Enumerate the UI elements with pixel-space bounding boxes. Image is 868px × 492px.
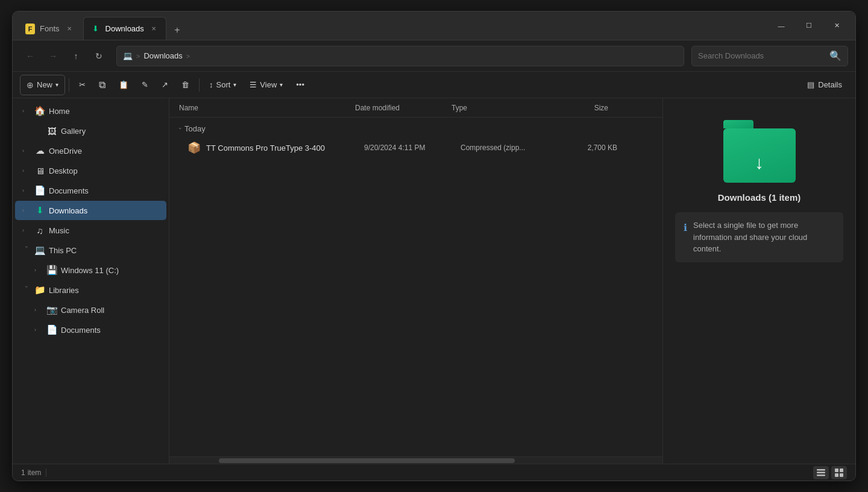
details-button[interactable]: ▤ Details — [801, 75, 848, 95]
fonts-tab-icon: F — [25, 24, 35, 34]
delete-icon: 🗑 — [181, 80, 189, 89]
downloads-icon: ⬇ — [34, 205, 45, 216]
sidebar-item-documents2-label: Documents — [61, 326, 159, 335]
breadcrumb-sep2: > — [186, 52, 190, 60]
tab-downloads-close[interactable]: ✕ — [149, 24, 159, 34]
sort-button[interactable]: ↕ Sort ▾ — [203, 75, 242, 95]
statusbar-separator — [46, 468, 46, 477]
details-info: ℹ Select a single file to get more infor… — [675, 212, 843, 262]
up-button[interactable]: ↑ — [66, 46, 86, 66]
documents-chevron-icon: › — [22, 188, 31, 194]
details-icon: ▤ — [807, 80, 814, 89]
share-icon: ↗ — [162, 80, 168, 89]
cut-button[interactable]: ✂ — [73, 75, 92, 95]
breadcrumb-bar[interactable]: 💻 > Downloads > — [116, 46, 684, 66]
navigation-toolbar: ← → ↑ ↻ 💻 > Downloads > 🔍 — [13, 40, 855, 72]
tab-downloads[interactable]: ⬇ Downloads ✕ — [83, 17, 166, 40]
minimize-button[interactable]: — — [767, 16, 795, 36]
window-controls: — ☐ ✕ — [767, 16, 855, 36]
tab-downloads-label: Downloads — [105, 24, 144, 33]
paste-button[interactable]: 📋 — [113, 75, 134, 95]
sidebar-item-gallery-label: Gallery — [61, 127, 159, 136]
search-input[interactable] — [698, 51, 826, 60]
windows-c-icon: 💾 — [46, 265, 57, 276]
sidebar-item-gallery[interactable]: 🖼 Gallery — [15, 121, 166, 140]
sidebar-item-documents2[interactable]: › 📄 Documents — [15, 320, 166, 339]
thispc-chevron-icon: › — [24, 246, 30, 254]
svg-rect-2 — [817, 475, 825, 476]
svg-rect-4 — [840, 468, 843, 472]
maximize-button[interactable]: ☐ — [795, 16, 823, 36]
desktop-icon: 🖥 — [34, 165, 45, 176]
file-name: TT Commons Pro TrueType 3-400 — [201, 144, 364, 153]
sidebar-item-documents[interactable]: › 📄 Documents — [15, 181, 166, 200]
sidebar-item-onedrive[interactable]: › ☁ OneDrive — [15, 141, 166, 160]
svg-rect-6 — [840, 473, 843, 477]
col-type-header: Type — [451, 104, 548, 112]
rename-button[interactable]: ✎ — [136, 75, 154, 95]
tab-fonts-close[interactable]: ✕ — [64, 24, 74, 34]
new-chevron-icon: ▾ — [55, 81, 58, 88]
tab-fonts[interactable]: F Fonts ✕ — [17, 17, 82, 40]
back-button[interactable]: ← — [20, 46, 40, 66]
scrollbar-thumb[interactable] — [219, 458, 515, 463]
thispc-icon: 💻 — [34, 245, 45, 256]
camera-roll-chevron-icon: › — [34, 307, 43, 313]
sidebar: › 🏠 Home 🖼 Gallery › ☁ OneDrive › 🖥 Desk… — [13, 98, 169, 464]
copy-button[interactable]: ⧉ — [93, 75, 112, 95]
group-chevron-icon: › — [177, 128, 183, 130]
group-label: Today — [184, 124, 206, 133]
sidebar-item-documents-label: Documents — [49, 186, 159, 195]
libraries-chevron-icon: › — [24, 286, 30, 294]
cut-icon: ✂ — [79, 80, 86, 89]
file-type: Compressed (zipp... — [461, 144, 557, 152]
file-list: › Today 📦 TT Commons Pro TrueType 3-400 … — [169, 118, 662, 456]
rename-icon: ✎ — [142, 80, 148, 89]
breadcrumb-path: Downloads — [143, 51, 182, 60]
table-row[interactable]: 📦 TT Commons Pro TrueType 3-400 9/20/202… — [172, 137, 660, 159]
close-button[interactable]: ✕ — [823, 16, 851, 36]
sidebar-item-thispc[interactable]: › 💻 This PC — [15, 241, 166, 260]
list-view-button[interactable] — [813, 466, 829, 479]
new-tab-button[interactable]: + — [168, 20, 187, 40]
search-icon: 🔍 — [829, 50, 841, 62]
documents-icon: 📄 — [34, 185, 45, 196]
sidebar-item-downloads[interactable]: › ⬇ Downloads — [15, 201, 166, 220]
view-button[interactable]: ☰ View ▾ — [244, 75, 289, 95]
fonts-folder-icon: F — [25, 24, 35, 34]
sidebar-item-music[interactable]: › ♫ Music — [15, 221, 166, 240]
delete-button[interactable]: 🗑 — [175, 75, 195, 95]
documents2-icon: 📄 — [46, 324, 57, 335]
sidebar-item-camera-roll-label: Camera Roll — [61, 306, 159, 315]
sidebar-item-libraries-label: Libraries — [49, 286, 159, 295]
grid-view-icon — [835, 468, 843, 477]
file-size: 2,700 KB — [557, 144, 617, 152]
sidebar-item-downloads-label: Downloads — [49, 206, 159, 215]
forward-button[interactable]: → — [43, 46, 63, 66]
folder-large-icon: ↓ — [723, 116, 796, 183]
horizontal-scrollbar[interactable] — [169, 456, 662, 464]
new-button[interactable]: ⊕ New ▾ — [20, 75, 65, 95]
sidebar-item-desktop[interactable]: › 🖥 Desktop — [15, 161, 166, 180]
music-chevron-icon: › — [22, 227, 31, 233]
more-button[interactable]: ••• — [290, 75, 310, 95]
status-item-label: item — [28, 468, 42, 477]
music-icon: ♫ — [34, 225, 45, 236]
refresh-button[interactable]: ↻ — [89, 46, 109, 66]
file-list-header: Name Date modified Type Size — [169, 98, 662, 118]
grid-view-button[interactable] — [831, 466, 847, 479]
sidebar-item-libraries[interactable]: › 📁 Libraries — [15, 280, 166, 300]
onedrive-icon: ☁ — [34, 145, 45, 156]
sidebar-item-windows-c-label: Windows 11 (C:) — [61, 266, 159, 275]
sidebar-item-windows-c[interactable]: › 💾 Windows 11 (C:) — [15, 260, 166, 280]
search-box[interactable]: 🔍 — [691, 46, 848, 66]
svg-rect-1 — [817, 472, 825, 473]
titlebar: F Fonts ✕ ⬇ Downloads ✕ + — ☐ ✕ — [13, 11, 855, 40]
sidebar-item-camera-roll[interactable]: › 📷 Camera Roll — [15, 300, 166, 320]
share-button[interactable]: ↗ — [156, 75, 174, 95]
sidebar-item-home[interactable]: › 🏠 Home — [15, 101, 166, 121]
col-name-header: Name — [174, 104, 355, 112]
tabs-area: F Fonts ✕ ⬇ Downloads ✕ + — [13, 11, 767, 40]
file-area: Name Date modified Type Size › Today 📦 T… — [169, 98, 662, 464]
camera-roll-icon: 📷 — [46, 304, 57, 315]
